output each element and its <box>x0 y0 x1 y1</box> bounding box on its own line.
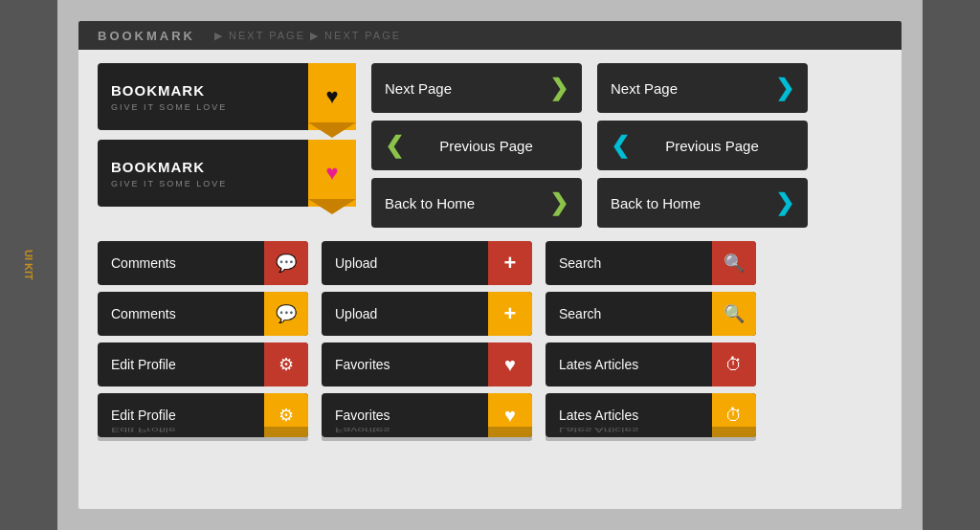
prev-page-arrow-green: ❮ <box>385 132 404 159</box>
lates-articles-btn-red[interactable]: Lates Articles ⏱ <box>546 342 756 386</box>
next-page-btn-blue[interactable]: Next Page ❯ <box>597 63 808 113</box>
back-home-label-blue: Back to Home <box>611 195 701 211</box>
favorites-btn-red[interactable]: Favorites ♥ <box>322 342 532 386</box>
upload-btn-red[interactable]: Upload + <box>322 241 532 285</box>
plus-icon-2: + <box>504 301 517 326</box>
action-col-1: Comments 💬 Comments 💬 Edit Profile <box>98 241 308 437</box>
comments-btn-yellow[interactable]: Comments 💬 <box>98 292 308 336</box>
back-home-arrow-blue: ❯ <box>775 189 794 216</box>
next-page-label-blue: Next Page <box>611 80 678 97</box>
gear-icon-2: ⚙ <box>278 405 294 426</box>
lates-articles-icon-red: ⏱ <box>712 342 756 386</box>
search-icon-yellow: 🔍 <box>712 292 756 336</box>
next-page-arrow-blue: ❯ <box>775 75 794 101</box>
comments-icon-red: 💬 <box>264 241 308 285</box>
action-col-3: Search 🔍 Search 🔍 Lates Articles <box>546 241 756 437</box>
search-btn-red[interactable]: Search 🔍 <box>546 241 756 285</box>
reflection-strip: Edit Profile Favorites Lates Articles <box>98 427 882 441</box>
search-btn-yellow[interactable]: Search 🔍 <box>546 292 756 336</box>
gear-icon-1: ⚙ <box>278 354 294 375</box>
header-strip-text: BOOKMARK <box>98 29 195 43</box>
header-strip-sub: ▶ NEXT PAGE ▶ NEXT PAGE <box>214 30 401 42</box>
prev-page-btn-green[interactable]: ❮ Previous Page <box>371 121 582 170</box>
heart-icon-2: ♥ <box>325 161 338 186</box>
plus-icon-1: + <box>504 251 517 276</box>
next-page-btn-green[interactable]: Next Page ❯ <box>371 63 582 113</box>
prev-page-btn-blue[interactable]: ❮ Previous Page <box>597 121 808 170</box>
bookmark-sub-2: GIVE IT SOME LOVE <box>111 179 295 188</box>
nav-col-blue: Next Page ❯ ❮ Previous Page Back to Home… <box>597 63 808 228</box>
heart-icon-1: ♥ <box>325 84 338 109</box>
bookmark-section: BOOKMARK GIVE IT SOME LOVE ♥ BOOKMARK GI… <box>98 63 356 228</box>
comment-icon-1: 💬 <box>276 253 297 274</box>
upload-label-2: Upload <box>322 292 488 336</box>
next-page-label-green: Next Page <box>385 80 452 97</box>
back-home-btn-blue[interactable]: Back to Home ❯ <box>597 178 808 228</box>
heart-fav-icon-2: ♥ <box>504 405 516 427</box>
magnifier-icon-1: 🔍 <box>724 253 745 274</box>
upload-icon-yellow: + <box>488 292 532 336</box>
back-home-label-green: Back to Home <box>385 195 475 211</box>
bookmark-tab-2 <box>308 199 356 214</box>
comments-btn-red[interactable]: Comments 💬 <box>98 241 308 285</box>
lates-articles-label-1: Lates Articles <box>546 342 712 386</box>
upload-btn-yellow[interactable]: Upload + <box>322 292 532 336</box>
nav-col-green: Next Page ❯ ❮ Previous Page Back to Home… <box>371 63 582 228</box>
back-home-btn-green[interactable]: Back to Home ❯ <box>371 178 582 228</box>
magnifier-icon-2: 🔍 <box>724 303 745 324</box>
bookmark-icon-area-2: ♥ <box>308 140 356 207</box>
bookmark-button-2[interactable]: BOOKMARK GIVE IT SOME LOVE ♥ <box>98 140 356 207</box>
bookmark-title-2: BOOKMARK <box>111 159 295 175</box>
clock-icon-1: ⏱ <box>725 355 743 375</box>
prev-page-label-green: Previous Page <box>439 138 533 154</box>
bookmark-sub-1: GIVE IT SOME LOVE <box>111 102 295 112</box>
favorites-icon-red: ♥ <box>488 342 532 386</box>
prev-page-label-blue: Previous Page <box>665 138 759 154</box>
edit-profile-btn-red[interactable]: Edit Profile ⚙ <box>98 342 308 386</box>
comments-label-1: Comments <box>98 241 264 285</box>
favorites-label-1: Favorites <box>322 342 488 386</box>
prev-page-arrow-blue: ❮ <box>611 132 630 159</box>
search-label-2: Search <box>546 292 712 336</box>
next-page-arrow-green: ❯ <box>549 75 568 101</box>
bookmark-button-1[interactable]: BOOKMARK GIVE IT SOME LOVE ♥ <box>98 63 356 130</box>
bookmark-title-1: BOOKMARK <box>111 82 295 99</box>
search-label-1: Search <box>546 241 712 285</box>
heart-fav-icon-1: ♥ <box>504 354 516 376</box>
comments-icon-yellow: 💬 <box>264 292 308 336</box>
search-icon-red: 🔍 <box>712 241 756 285</box>
action-buttons-grid: Comments 💬 Comments 💬 Edit Profile <box>98 241 882 437</box>
edit-profile-icon-red: ⚙ <box>264 342 308 386</box>
comments-label-2: Comments <box>98 292 264 336</box>
clock-icon-2: ⏱ <box>725 406 743 426</box>
edit-profile-label-1: Edit Profile <box>98 342 264 386</box>
back-home-arrow-green: ❯ <box>549 189 568 216</box>
upload-icon-red: + <box>488 241 532 285</box>
bookmark-tab-1 <box>308 122 356 138</box>
action-col-2: Upload + Upload + Favorites <box>322 241 532 437</box>
comment-icon-2: 💬 <box>276 303 297 324</box>
bookmark-icon-area-1: ♥ <box>308 63 356 130</box>
upload-label-1: Upload <box>322 241 488 285</box>
